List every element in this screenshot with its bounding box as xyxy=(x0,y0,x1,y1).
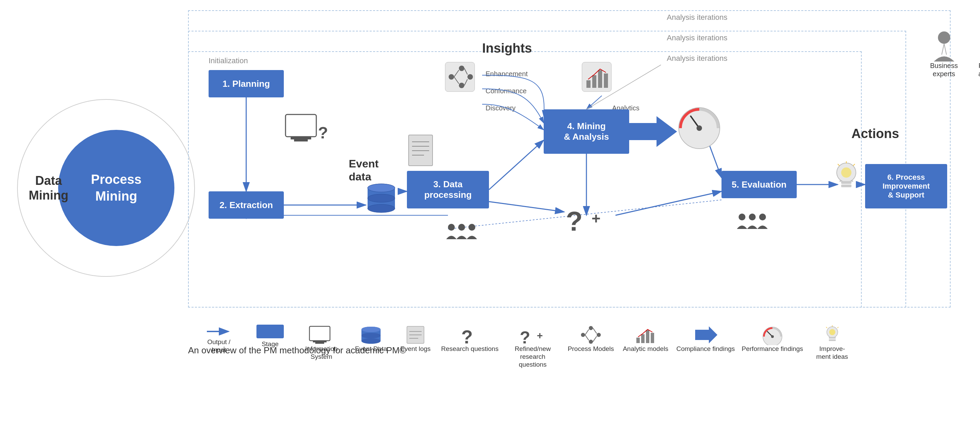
svg-rect-46 xyxy=(604,73,608,88)
lightbulb-icon xyxy=(831,160,862,195)
svg-point-80 xyxy=(361,338,380,344)
right-persons-area: Business experts Process analysts xyxy=(930,31,980,78)
document-icon xyxy=(407,133,436,167)
svg-point-109 xyxy=(829,329,835,335)
svg-line-6 xyxy=(489,140,544,190)
svg-point-92 xyxy=(589,340,593,344)
svg-rect-56 xyxy=(841,184,851,187)
svg-line-94 xyxy=(585,329,589,335)
legend-process-models: Process Models xyxy=(567,325,615,353)
svg-rect-98 xyxy=(636,338,640,343)
database-icon xyxy=(366,181,397,219)
svg-point-60 xyxy=(841,167,851,178)
legend-refined-questions: ? + Refined/new research questions xyxy=(505,325,560,368)
svg-point-49 xyxy=(697,125,702,131)
svg-point-35 xyxy=(459,66,465,71)
svg-rect-21 xyxy=(294,140,308,141)
svg-line-10 xyxy=(616,191,721,215)
question-plus-icon: ? + xyxy=(564,202,605,236)
svg-line-9 xyxy=(489,202,564,212)
svg-point-90 xyxy=(581,333,585,337)
legend-compliance-findings: Compliance findings xyxy=(676,325,735,353)
svg-rect-19 xyxy=(286,114,316,137)
process-analysts-person: Process analysts xyxy=(978,31,980,78)
svg-rect-99 xyxy=(641,334,644,343)
person-group-evaluation xyxy=(735,212,776,243)
svg-rect-101 xyxy=(651,333,654,343)
svg-rect-20 xyxy=(291,137,311,140)
svg-text:?: ? xyxy=(566,206,583,236)
svg-rect-43 xyxy=(586,80,590,88)
svg-point-61 xyxy=(448,224,455,231)
svg-line-112 xyxy=(826,327,827,328)
network-graph-icon xyxy=(444,62,475,92)
bottom-text: An overview of the PM methodology for ac… xyxy=(188,345,406,356)
svg-point-82 xyxy=(361,327,380,332)
svg-marker-102 xyxy=(695,326,718,343)
svg-line-95 xyxy=(585,335,589,340)
svg-rect-45 xyxy=(598,70,602,88)
legend-research-questions: ? Research questions xyxy=(441,325,498,353)
svg-rect-108 xyxy=(829,339,836,341)
svg-point-91 xyxy=(589,326,593,330)
outer-circle: Data Mining Process Mining xyxy=(17,99,195,277)
svg-rect-100 xyxy=(646,330,649,343)
svg-point-67 xyxy=(938,32,950,44)
left-section: Data Mining Process Mining xyxy=(0,0,212,376)
svg-text:?: ? xyxy=(461,326,473,345)
svg-point-65 xyxy=(749,214,756,221)
process-mining-label: Process Mining xyxy=(91,171,142,205)
analytics-chart-icon xyxy=(581,62,612,92)
svg-rect-55 xyxy=(841,181,851,184)
svg-rect-77 xyxy=(315,342,324,344)
svg-line-59 xyxy=(838,164,840,166)
svg-point-66 xyxy=(759,214,766,221)
svg-line-111 xyxy=(837,327,838,328)
legend-stage: Stage xyxy=(250,325,291,348)
svg-point-62 xyxy=(458,224,465,231)
svg-point-34 xyxy=(449,74,454,79)
svg-marker-7 xyxy=(629,116,677,147)
legend-analytic-models: Analytic models xyxy=(622,325,670,353)
svg-point-81 xyxy=(361,333,380,338)
svg-text:?: ? xyxy=(318,124,328,142)
svg-rect-76 xyxy=(313,341,326,342)
svg-text:?: ? xyxy=(520,328,530,345)
svg-line-69 xyxy=(944,44,947,55)
computer-question-icon: ? xyxy=(284,113,328,150)
speedometer-icon xyxy=(677,106,721,150)
svg-point-105 xyxy=(771,335,774,338)
svg-line-96 xyxy=(593,328,597,333)
svg-point-27 xyxy=(368,184,395,192)
main-diagram: Analysis iterations Analysis iterations … xyxy=(188,10,968,369)
svg-line-68 xyxy=(942,44,944,55)
svg-line-58 xyxy=(853,164,855,166)
svg-rect-107 xyxy=(829,337,836,339)
svg-rect-75 xyxy=(309,326,330,341)
person-group-data-processing xyxy=(444,222,485,253)
svg-point-36 xyxy=(459,83,465,88)
business-experts-person: Business experts xyxy=(930,31,958,78)
svg-point-63 xyxy=(468,224,475,231)
svg-text:+: + xyxy=(592,210,600,227)
svg-point-26 xyxy=(368,194,395,202)
svg-text:+: + xyxy=(537,330,543,341)
svg-point-64 xyxy=(738,214,745,221)
inner-circle: Process Mining xyxy=(58,130,174,246)
data-mining-label: Data Mining xyxy=(28,173,69,203)
svg-line-97 xyxy=(593,336,597,342)
legend-performance-findings: Performance findings xyxy=(742,325,803,353)
svg-point-93 xyxy=(597,333,601,337)
legend-improvement-ideas: Improve- ment ideas xyxy=(810,325,854,361)
svg-point-25 xyxy=(368,204,395,213)
diagram-arrows xyxy=(188,10,951,308)
svg-line-14 xyxy=(586,96,602,110)
svg-point-37 xyxy=(468,74,473,79)
svg-rect-44 xyxy=(592,75,597,88)
